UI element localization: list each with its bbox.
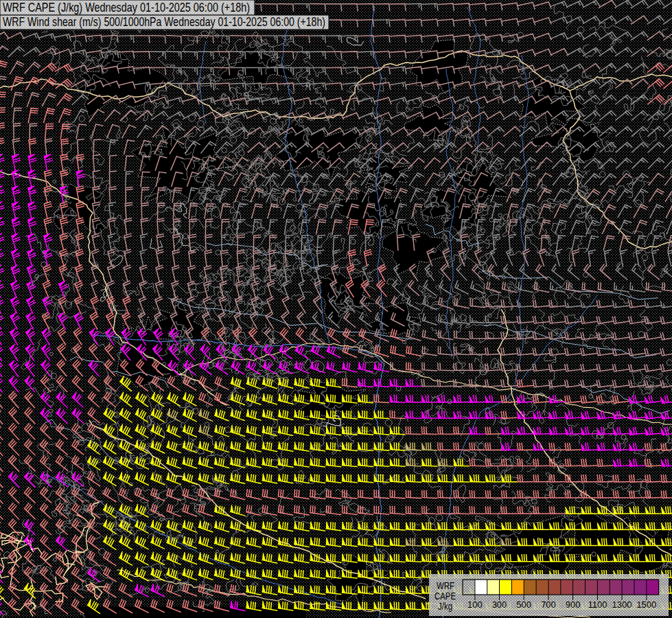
svg-text:1300: 1300 — [612, 599, 632, 610]
svg-text:WRF CAPE (J/kg) Wednesday 01-1: WRF CAPE (J/kg) Wednesday 01-10-2025 06:… — [3, 0, 250, 14]
svg-text:CAPE: CAPE — [435, 591, 456, 602]
svg-text:900: 900 — [566, 599, 581, 610]
svg-text:WRF Wind shear (m/s) 500/1000h: WRF Wind shear (m/s) 500/1000hPa Wednesd… — [3, 14, 325, 29]
svg-text:700: 700 — [541, 599, 556, 610]
svg-text:500: 500 — [516, 599, 531, 610]
svg-text:300: 300 — [492, 599, 507, 610]
svg-text:WRF: WRF — [437, 580, 454, 591]
svg-text:1500: 1500 — [636, 599, 656, 610]
svg-text:100: 100 — [467, 599, 483, 610]
svg-text:1100: 1100 — [588, 599, 607, 610]
svg-text:J/kg: J/kg — [438, 601, 452, 612]
